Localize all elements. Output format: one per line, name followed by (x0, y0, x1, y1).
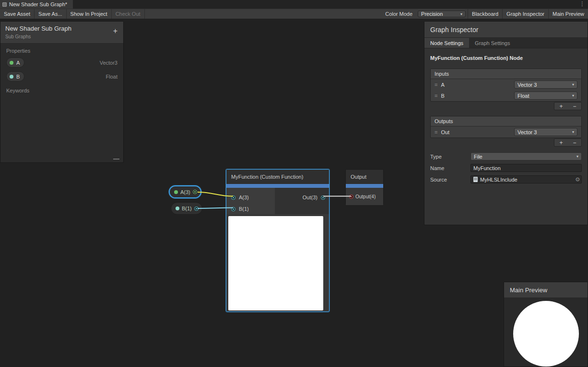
function-name-input[interactable] (470, 164, 582, 172)
inspector-body: MyFunction (Custom Function) Node Inputs… (424, 48, 588, 184)
property-row-a: A Vector3 (0, 56, 123, 69)
inputs-list-header: Inputs (431, 69, 581, 79)
property-node-a-output-port[interactable] (193, 190, 197, 194)
property-node-b-label: B(1) (182, 206, 192, 211)
input-port-b[interactable] (231, 207, 235, 211)
vector3-type-dot (174, 190, 178, 194)
chevron-down-icon: ▾ (572, 130, 574, 134)
name-field-row: Name (430, 164, 582, 172)
graph-inspector-toggle-button[interactable]: Graph Inspector (502, 9, 548, 19)
drag-handle-icon[interactable]: = (435, 129, 437, 135)
property-node-b-output-port[interactable] (194, 206, 199, 211)
property-a-type: Vector3 (100, 60, 118, 66)
graph-inspector-header[interactable]: Graph Inspector (424, 22, 588, 38)
input-b-type-dropdown[interactable]: Float ▾ (514, 92, 577, 100)
main-preview-title: Main Preview (510, 287, 547, 294)
output-out-type-dropdown[interactable]: Vector 3 ▾ (514, 128, 577, 136)
type-dropdown[interactable]: File ▾ (470, 152, 582, 161)
object-picker-icon[interactable]: ⊙ (576, 176, 580, 183)
type-field-row: Type File ▾ (430, 152, 582, 161)
output-node[interactable]: Output Output(4) (345, 169, 384, 205)
output-out-name[interactable]: Out (441, 129, 449, 135)
inputs-add-button[interactable]: + (559, 103, 563, 110)
inputs-remove-button[interactable]: − (573, 103, 576, 110)
window-tab[interactable]: New Shader Sub Graph* (0, 0, 73, 9)
inputs-add-remove-box: + − (554, 102, 582, 110)
graph-inspector-title: Graph Inspector (430, 26, 478, 34)
float-type-dot (10, 75, 13, 79)
main-preview-toggle-button[interactable]: Main Preview (548, 9, 588, 19)
input-port-row-b: B(1) (231, 206, 249, 212)
source-object-field[interactable]: MyHLSLInclude ⊙ (470, 175, 582, 184)
property-pill-a-label: A (16, 60, 20, 66)
graph-inspector-panel: Graph Inspector Node Settings Graph Sett… (424, 21, 588, 225)
output-port-out[interactable] (321, 195, 325, 200)
show-in-project-button[interactable]: Show In Project (67, 9, 112, 19)
inputs-list: Inputs = A Vector 3 ▾ = B Float ▾ (430, 69, 582, 102)
blackboard-header[interactable]: New Shader Sub Graph Sub Graphs + (0, 22, 123, 44)
custom-function-node[interactable]: MyFunction (Custom Function) A(3) B(1) O… (226, 169, 329, 312)
chevron-down-icon: ▾ (572, 93, 574, 98)
color-mode-label: Color Mode (382, 9, 416, 19)
shader-graph-window-icon (2, 2, 7, 7)
input-port-a[interactable] (231, 195, 235, 200)
outputs-remove-button[interactable]: − (573, 139, 576, 146)
window-tab-title: New Shader Sub Graph* (9, 1, 67, 7)
input-a-name[interactable]: A (441, 82, 444, 88)
file-icon (473, 177, 478, 182)
drag-handle-icon[interactable]: = (435, 93, 437, 99)
node-accent-bar (226, 184, 329, 188)
save-asset-button[interactable]: Save Asset (0, 9, 35, 19)
source-label: Source (430, 177, 470, 183)
save-as-button[interactable]: Save As... (35, 9, 67, 19)
output-node-input-port[interactable] (349, 195, 353, 199)
node-preview-area[interactable] (228, 216, 323, 310)
inputs-row-a: = A Vector 3 ▾ (431, 79, 581, 90)
blackboard-resize-handle[interactable] (113, 159, 119, 160)
property-node-a[interactable]: A(3) (169, 185, 201, 198)
input-b-name[interactable]: B (441, 93, 444, 99)
output-node-port-label: Output(4) (355, 194, 376, 199)
output-port-out-label: Out(3) (303, 195, 318, 200)
tab-graph-settings[interactable]: Graph Settings (469, 38, 516, 48)
chevron-down-icon: ▾ (576, 154, 578, 159)
source-field-row: Source MyHLSLInclude ⊙ (430, 175, 582, 184)
main-preview-panel: Main Preview (504, 282, 588, 367)
input-port-b-label: B(1) (239, 206, 249, 212)
tab-node-settings[interactable]: Node Settings (424, 38, 469, 48)
property-pill-a[interactable]: A (6, 57, 24, 68)
property-node-a-label: A(3) (180, 189, 190, 195)
chevron-down-icon: ▾ (572, 82, 574, 87)
outputs-add-button[interactable]: + (559, 139, 563, 146)
input-port-a-label: A(3) (239, 195, 249, 200)
type-label: Type (430, 154, 470, 160)
properties-section-label: Properties (0, 44, 123, 56)
add-property-button[interactable]: + (113, 27, 118, 35)
chevron-down-icon: ▾ (460, 12, 462, 16)
color-mode-dropdown[interactable]: Precision ▾ (418, 11, 466, 17)
output-node-title[interactable]: Output (346, 170, 383, 184)
source-object-name: MyHLSLInclude (480, 177, 517, 183)
name-label: Name (430, 165, 470, 171)
drag-handle-icon[interactable]: = (435, 82, 437, 88)
blackboard-panel: New Shader Sub Graph Sub Graphs + Proper… (0, 21, 124, 163)
preview-sphere[interactable] (513, 301, 579, 367)
inputs-row-b: = B Float ▾ (431, 90, 581, 101)
inspector-tabs: Node Settings Graph Settings (424, 38, 588, 48)
blackboard-toggle-button[interactable]: Blackboard (468, 9, 502, 19)
window-menu-icon[interactable]: ⋮ (579, 0, 585, 7)
input-a-type-dropdown[interactable]: Vector 3 ▾ (514, 80, 577, 89)
property-pill-b[interactable]: B (6, 71, 24, 81)
selected-node-heading: MyFunction (Custom Function) Node (430, 55, 582, 61)
check-out-button: Check Out (112, 9, 145, 19)
main-preview-header[interactable]: Main Preview (504, 282, 588, 298)
property-b-type: Float (106, 74, 118, 80)
toolbar-right-group: Color Mode Precision ▾ Blackboard Graph … (382, 9, 588, 19)
custom-function-node-title[interactable]: MyFunction (Custom Function) (226, 170, 329, 184)
output-port-row-out: Out(3) (303, 195, 325, 200)
input-port-row-a: A(3) (231, 195, 249, 200)
outputs-list: Outputs = Out Vector 3 ▾ (430, 116, 582, 138)
toolbar: Save Asset Save As... Show In Project Ch… (0, 9, 588, 19)
outputs-list-header: Outputs (431, 116, 581, 126)
property-node-b[interactable]: B(1) (171, 202, 202, 215)
